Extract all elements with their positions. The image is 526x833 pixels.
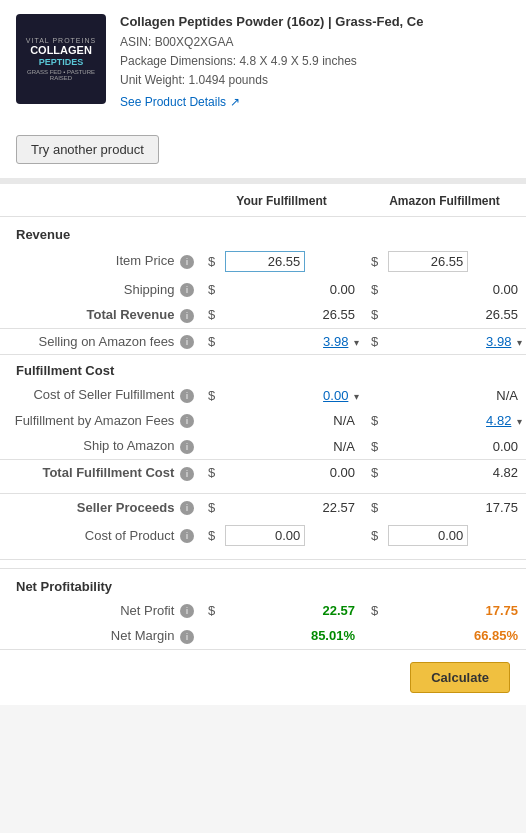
seller-proceeds-label: Seller Proceeds i	[0, 495, 200, 521]
asin-label: ASIN:	[120, 35, 151, 49]
amazon-net-profit-value: 17.75	[380, 598, 526, 624]
your-cost-seller-link[interactable]: 0.00	[323, 388, 348, 403]
cost-product-info-icon[interactable]: i	[180, 529, 194, 543]
ship-amazon-row: Ship to Amazon i N/A $ 0.00	[0, 433, 526, 459]
amazon-ship-amazon-value: 0.00	[380, 433, 526, 459]
selling-fees-info-icon[interactable]: i	[180, 335, 194, 349]
revenue-section-header: Revenue	[0, 216, 526, 246]
dimensions-label: Package Dimensions:	[120, 54, 236, 68]
amazon-cost-product-input[interactable]	[388, 525, 468, 546]
dimensions-value: 4.8 X 4.9 X 5.9 inches	[239, 54, 356, 68]
amazon-shipping-value: 0.00	[380, 277, 526, 303]
amazon-total-fulfillment-value: 4.82	[380, 459, 526, 485]
total-fulfillment-row: Total Fulfillment Cost i $ 0.00 $ 4.82	[0, 459, 526, 485]
total-revenue-label: Total Revenue i	[0, 302, 200, 328]
your-net-margin-value: 85.01%	[217, 623, 363, 649]
selling-fees-label: Selling on Amazon fees i	[0, 328, 200, 355]
your-selling-fees-arrow[interactable]: ▾	[354, 337, 359, 348]
cost-seller-info-icon[interactable]: i	[180, 389, 194, 403]
amazon-item-price-currency: $	[363, 246, 380, 277]
net-margin-info-icon[interactable]: i	[180, 630, 194, 644]
fulfillment-amazon-info-icon[interactable]: i	[180, 414, 194, 428]
revenue-label: Revenue	[0, 216, 526, 246]
ship-amazon-info-icon[interactable]: i	[180, 440, 194, 454]
item-price-info-icon[interactable]: i	[180, 255, 194, 269]
your-seller-proceeds-value: 22.57	[217, 495, 363, 521]
your-cost-product-value[interactable]	[217, 520, 363, 551]
product-image: VITAL PROTEINS COLLAGEN PEPTIDES GRASS F…	[16, 14, 106, 104]
fulfillment-amazon-row: Fulfillment by Amazon Fees i N/A $ 4.82 …	[0, 408, 526, 434]
net-profit-info-icon[interactable]: i	[180, 604, 194, 618]
shipping-row: Shipping i $ 0.00 $ 0.00	[0, 277, 526, 303]
net-margin-row: Net Margin i 85.01% 66.85%	[0, 623, 526, 649]
amazon-fulfillment-amazon-value: 4.82 ▾	[380, 408, 526, 434]
image-line1: COLLAGEN	[16, 44, 106, 57]
image-badge: GRASS FED • PASTURE RAISED	[16, 69, 106, 81]
your-fulfillment-amazon-value: N/A	[200, 408, 363, 434]
seller-proceeds-row: Seller Proceeds i $ 22.57 $ 17.75	[0, 495, 526, 521]
your-total-revenue-value: 26.55	[217, 302, 363, 328]
product-top: VITAL PROTEINS COLLAGEN PEPTIDES GRASS F…	[16, 14, 510, 109]
item-price-row: Item Price i $ $	[0, 246, 526, 277]
image-line2: PEPTIDES	[16, 57, 106, 67]
net-profitability-section-header: Net Profitability	[0, 568, 526, 598]
cost-seller-row: Cost of Seller Fulfillment i $ 0.00 ▾ N/…	[0, 382, 526, 408]
net-profitability-label: Net Profitability	[0, 568, 526, 598]
amazon-cost-seller-value: N/A	[363, 382, 526, 408]
amazon-seller-proceeds-value: 17.75	[380, 495, 526, 521]
net-profit-row: Net Profit i $ 22.57 $ 17.75	[0, 598, 526, 624]
shipping-label: Shipping i	[0, 277, 200, 303]
table-header-row: Your Fulfillment Amazon Fulfillment	[0, 184, 526, 217]
external-link-icon: ↗	[230, 95, 240, 109]
selling-fees-row: Selling on Amazon fees i $ 3.98 ▾ $ 3.98…	[0, 328, 526, 355]
your-cost-product-input[interactable]	[225, 525, 305, 546]
total-fulfillment-label: Total Fulfillment Cost i	[0, 459, 200, 485]
product-title: Collagen Peptides Powder (16oz) | Grass-…	[120, 14, 510, 29]
asin-value: B00XQ2XGAA	[155, 35, 234, 49]
amazon-item-price-value[interactable]	[380, 246, 526, 277]
fulfillment-cost-label: Fulfillment Cost	[0, 355, 526, 383]
your-cost-seller-arrow[interactable]: ▾	[354, 391, 359, 402]
your-ship-amazon-value: N/A	[200, 433, 363, 459]
see-product-link[interactable]: See Product Details ↗	[120, 95, 240, 109]
spacer-2	[0, 551, 526, 559]
product-meta: ASIN: B00XQ2XGAA Package Dimensions: 4.8…	[120, 33, 510, 91]
amazon-selling-fees-arrow[interactable]: ▾	[517, 337, 522, 348]
try-another-product-button[interactable]: Try another product	[16, 135, 159, 164]
total-revenue-info-icon[interactable]: i	[180, 309, 194, 323]
your-fulfillment-header: Your Fulfillment	[200, 184, 363, 217]
amazon-selling-fees-value: 3.98 ▾	[380, 328, 526, 355]
spacer-1	[0, 486, 526, 494]
spacer-3	[0, 560, 526, 568]
your-selling-fees-link[interactable]: 3.98	[323, 334, 348, 349]
cost-seller-label: Cost of Seller Fulfillment i	[0, 382, 200, 408]
your-total-fulfillment-value: 0.00	[217, 459, 363, 485]
fulfillment-cost-section-header: Fulfillment Cost	[0, 355, 526, 383]
weight-value: 1.0494 pounds	[188, 73, 267, 87]
amazon-fulfillment-header: Amazon Fulfillment	[363, 184, 526, 217]
net-profit-label: Net Profit i	[0, 598, 200, 624]
your-item-price-input[interactable]	[225, 251, 305, 272]
amazon-fulfillment-amazon-link[interactable]: 4.82	[486, 413, 511, 428]
amazon-net-margin-value: 66.85%	[380, 623, 526, 649]
product-section: VITAL PROTEINS COLLAGEN PEPTIDES GRASS F…	[0, 0, 526, 184]
your-selling-fees-value: 3.98 ▾	[217, 328, 363, 355]
amazon-cost-product-value[interactable]	[380, 520, 526, 551]
calc-footer: Calculate	[0, 649, 526, 705]
your-cost-seller-value: 0.00 ▾	[217, 382, 363, 408]
amazon-item-price-input[interactable]	[388, 251, 468, 272]
weight-label: Unit Weight:	[120, 73, 185, 87]
your-item-price-value[interactable]	[217, 246, 363, 277]
net-margin-label: Net Margin i	[0, 623, 200, 649]
product-info: Collagen Peptides Powder (16oz) | Grass-…	[120, 14, 510, 109]
amazon-selling-fees-link[interactable]: 3.98	[486, 334, 511, 349]
calc-table: Your Fulfillment Amazon Fulfillment Reve…	[0, 184, 526, 649]
seller-proceeds-info-icon[interactable]: i	[180, 501, 194, 515]
calculate-button[interactable]: Calculate	[410, 662, 510, 693]
shipping-info-icon[interactable]: i	[180, 283, 194, 297]
total-fulfillment-info-icon[interactable]: i	[180, 467, 194, 481]
cost-product-row: Cost of Product i $ $	[0, 520, 526, 551]
amazon-fulfillment-amazon-arrow[interactable]: ▾	[517, 416, 522, 427]
your-net-profit-value: 22.57	[217, 598, 363, 624]
item-price-label: Item Price i	[0, 246, 200, 277]
